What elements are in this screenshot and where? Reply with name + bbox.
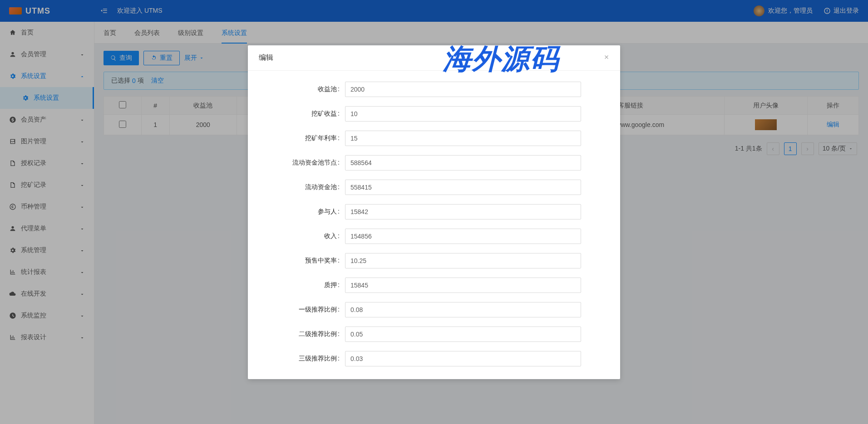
form-input-4[interactable] [345, 180, 581, 195]
edit-modal: 编辑 收益池挖矿收益挖矿年利率流动资金池节点流动资金池参与人收入预售中奖率质押一… [248, 45, 620, 379]
form-input-10[interactable] [345, 327, 581, 342]
form-label-9: 一级推荐比例 [259, 306, 345, 314]
form-input-0[interactable] [345, 82, 581, 97]
form-input-1[interactable] [345, 106, 581, 122]
form-row-11: 三级推荐比例 [259, 351, 609, 366]
form-row-9: 一级推荐比例 [259, 302, 609, 317]
form-label-6: 收入 [259, 232, 345, 240]
modal-body: 收益池挖矿收益挖矿年利率流动资金池节点流动资金池参与人收入预售中奖率质押一级推荐… [248, 71, 620, 379]
form-row-0: 收益池 [259, 82, 609, 97]
form-input-6[interactable] [345, 229, 581, 244]
form-input-8[interactable] [345, 278, 581, 293]
modal-title: 编辑 [248, 45, 620, 71]
close-icon [603, 54, 610, 60]
modal-close-button[interactable] [601, 52, 612, 63]
form-label-11: 三级推荐比例 [259, 355, 345, 363]
form-row-8: 质押 [259, 278, 609, 293]
form-label-8: 质押 [259, 281, 345, 289]
form-input-9[interactable] [345, 302, 581, 317]
form-label-4: 流动资金池 [259, 183, 345, 191]
form-row-10: 二级推荐比例 [259, 327, 609, 342]
form-input-7[interactable] [345, 253, 581, 268]
form-row-7: 预售中奖率 [259, 253, 609, 268]
form-row-6: 收入 [259, 229, 609, 244]
form-label-2: 挖矿年利率 [259, 134, 345, 142]
form-row-5: 参与人 [259, 204, 609, 219]
form-label-3: 流动资金池节点 [259, 159, 345, 167]
form-label-0: 收益池 [259, 85, 345, 93]
form-row-2: 挖矿年利率 [259, 131, 609, 146]
form-label-1: 挖矿收益 [259, 110, 345, 118]
form-input-11[interactable] [345, 351, 581, 366]
form-input-2[interactable] [345, 131, 581, 146]
form-row-1: 挖矿收益 [259, 106, 609, 122]
form-label-5: 参与人 [259, 208, 345, 216]
form-input-3[interactable] [345, 155, 581, 171]
form-label-10: 二级推荐比例 [259, 330, 345, 338]
form-input-5[interactable] [345, 204, 581, 219]
form-row-3: 流动资金池节点 [259, 155, 609, 171]
form-row-4: 流动资金池 [259, 180, 609, 195]
form-label-7: 预售中奖率 [259, 257, 345, 265]
